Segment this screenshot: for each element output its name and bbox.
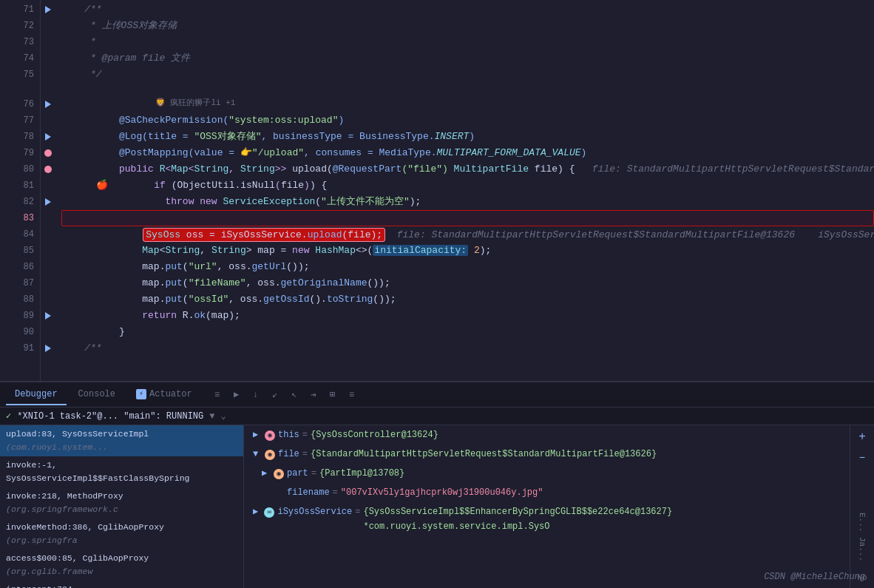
var-file[interactable]: ▼ ◉ file = {StandardMultipartHttpServlet…	[244, 445, 850, 464]
tab-bar: Debugger Console ⚡ Actuator ≡ ▶ ↓ ↙ ↖ ⇥ …	[0, 382, 874, 408]
thread-bar: ✓ *XNIO-1 task-2"@... "main": RUNNING ▼ …	[0, 408, 874, 425]
table-view-icon[interactable]: ⊞	[325, 388, 340, 402]
code-content: /** * 上传OSS对象存储 * * @param file 文件 */ 🦁 …	[55, 0, 874, 381]
code-line-73: *	[61, 34, 874, 50]
var-icon-service: ∞	[264, 507, 274, 518]
expand-file[interactable]: ▼	[253, 447, 262, 462]
code-line-83: SysOss oss = iSysOssService.upload(file)…	[61, 210, 874, 226]
var-icon-this: ◉	[265, 430, 275, 441]
gutter	[41, 0, 55, 381]
tab-toolbar: ≡ ▶ ↓ ↙ ↖ ⇥ ⊞ ≡	[210, 388, 359, 402]
expand-filename: ▶	[262, 485, 271, 500]
code-line-91: /**	[61, 340, 874, 356]
collapse-button[interactable]: −	[853, 449, 871, 467]
bottom-panel: Debugger Console ⚡ Actuator ≡ ▶ ↓ ↙ ↖ ⇥ …	[0, 381, 874, 588]
var-icon-part: ◉	[274, 469, 284, 479]
watermark: CSDN @MichelleChung	[764, 572, 865, 582]
bookmark-78	[45, 133, 51, 141]
code-line-79: public R<Map<String, String>> upload(@Re…	[61, 145, 874, 161]
expand-this[interactable]: ▶	[253, 428, 262, 442]
bookmark-91	[45, 345, 51, 352]
bookmark-71	[45, 6, 51, 13]
java-label: E... Ja...	[856, 507, 868, 567]
restore-icon[interactable]: ≡	[345, 388, 359, 402]
tab-debugger[interactable]: Debugger	[6, 385, 67, 405]
stack-panel: upload:83, SysOssServiceImpl (com.ruoyi.…	[0, 425, 244, 588]
expand-part[interactable]: ▶	[262, 466, 271, 481]
expand-service[interactable]: ▶	[253, 504, 261, 519]
stack-frame-3[interactable]: invokeMethod:386, CglibAopProxy (org.spr…	[0, 518, 243, 550]
code-line-76: @SaCheckPermission("system:oss:upload")	[61, 96, 874, 112]
code-line-72: * 上传OSS对象存储	[61, 18, 874, 34]
tab-console[interactable]: Console	[70, 385, 124, 405]
breakpoint-79[interactable]	[44, 149, 52, 157]
settings-icon[interactable]: ≡	[210, 388, 225, 402]
panel-content: upload:83, SysOssServiceImpl (com.ruoyi.…	[0, 425, 874, 588]
add-watch-button[interactable]: +	[853, 428, 871, 446]
stack-frame-0[interactable]: upload:83, SysOssServiceImpl (com.ruoyi.…	[0, 425, 243, 456]
code-line-user: 🦁 疯狂的狮子li +1	[61, 83, 874, 96]
run-to-cursor-icon[interactable]: ⇥	[306, 388, 321, 402]
stack-frame-2[interactable]: invoke:218, MethodProxy (org.springframe…	[0, 487, 243, 518]
step-out-icon[interactable]: ↖	[287, 388, 302, 402]
actuator-icon: ⚡	[136, 389, 146, 399]
code-line-89: }	[61, 308, 874, 324]
code-line-74: * @param file 文件	[61, 50, 874, 67]
resume-icon[interactable]: ▶	[229, 388, 244, 402]
code-line-78: @PostMapping(value = 👉"/upload", consume…	[61, 129, 874, 145]
code-line-84: Map<String, String> map = new HashMap<>(…	[61, 226, 874, 243]
bookmark-76	[45, 101, 51, 108]
code-line-82: }	[61, 194, 874, 210]
code-line-85: map.put("url", oss.getUrl());	[61, 243, 874, 259]
breakpoint-80[interactable]	[44, 166, 52, 173]
var-icon-file: ◉	[265, 450, 275, 460]
right-panel-buttons: + − E... Ja... No	[850, 425, 874, 588]
line-numbers: 71 72 73 74 75 76 77 78 79 80 81 82 83 8…	[0, 0, 41, 381]
dropdown-icon[interactable]: ⌄	[220, 410, 226, 422]
code-line-75: */	[61, 67, 874, 83]
code-line-90	[61, 324, 874, 340]
var-iSysOssService[interactable]: ▶ ∞ iSysOssService = {SysOssServiceImpl$…	[244, 502, 850, 536]
variables-panel: ▶ ◉ this = {SysOssController@13624} ▼ ◉ …	[244, 425, 850, 588]
filter-icon[interactable]: ▼	[209, 411, 214, 422]
stack-frame-5[interactable]: intercept:704, CglibAopProxy$DynamicAdvi…	[0, 581, 243, 588]
bookmark-82	[45, 198, 51, 206]
var-this[interactable]: ▶ ◉ this = {SysOssController@13624}	[244, 425, 850, 445]
var-part[interactable]: ▶ ◉ part = {PartImpl@13708}	[244, 464, 850, 483]
step-into-icon[interactable]: ↙	[268, 388, 282, 402]
var-filename[interactable]: ▶ filename = "007vIXv5ly1gajhcprk0wj3190…	[244, 483, 850, 502]
code-line-77: @Log(title = "OSS对象存储", businessType = B…	[61, 112, 874, 129]
thread-check-icon: ✓	[6, 410, 11, 422]
thread-label: *XNIO-1 task-2"@... "main": RUNNING	[17, 411, 203, 422]
step-over-icon[interactable]: ↓	[248, 388, 263, 402]
tab-actuator[interactable]: ⚡ Actuator	[127, 385, 201, 405]
code-line-80: 🍎 if (ObjectUtil.isNull(file)) {	[61, 161, 874, 178]
code-line-88: return R.ok(map);	[61, 291, 874, 308]
stack-frame-1[interactable]: invoke:-1, SysOssServiceImpl$$FastClassB…	[0, 456, 243, 487]
stack-frame-4[interactable]: access$000:85, CglibAopProxy (org.cglib.…	[0, 550, 243, 581]
code-line-81: throw new ServiceException("上传文件不能为空");	[61, 178, 874, 194]
code-line-86: map.put("fileName", oss.getOriginalName(…	[61, 259, 874, 275]
code-editor: 71 72 73 74 75 76 77 78 79 80 81 82 83 8…	[0, 0, 874, 381]
bookmark-89	[45, 312, 51, 320]
code-line-71: /**	[61, 1, 874, 18]
code-line-87: map.put("ossId", oss.getOssId().toString…	[61, 275, 874, 291]
